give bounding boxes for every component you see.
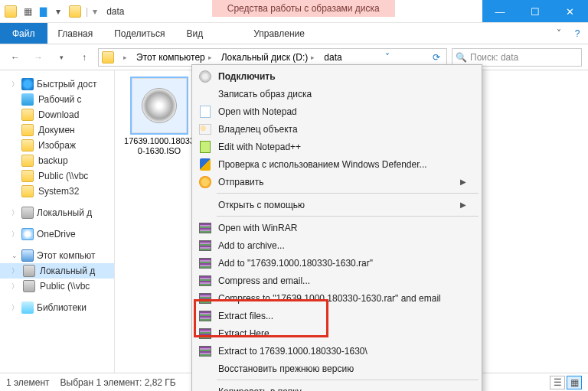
winrar-icon: [199, 223, 211, 233]
libraries-icon: [21, 301, 34, 314]
ctx-extract-files[interactable]: Extract files...: [194, 307, 480, 324]
ribbon-collapse-icon[interactable]: ˅: [551, 23, 567, 44]
ctx-separator: [217, 193, 479, 194]
winrar-icon: [199, 293, 211, 304]
sidebar-item-local-d[interactable]: 〉Локальный д: [0, 263, 114, 279]
sidebar-item-desktop[interactable]: Рабочий с: [0, 92, 114, 107]
status-item-count: 1 элемент: [6, 377, 50, 388]
sidebar-libraries[interactable]: 〉Библиотеки: [0, 300, 114, 315]
tab-view[interactable]: Вид: [175, 23, 214, 44]
cloud-icon: [21, 228, 34, 240]
minimize-button[interactable]: —: [482, 0, 518, 23]
shield-icon: [200, 158, 211, 171]
search-input[interactable]: 🔍 Поиск: data: [452, 48, 582, 67]
ribbon-tabs: Файл Главная Поделиться Вид Управление ˅…: [0, 23, 588, 44]
mount-icon: [199, 70, 211, 83]
maximize-button[interactable]: ☐: [518, 0, 553, 23]
sidebar-item-public[interactable]: Public (\\vbc: [0, 168, 114, 184]
tab-home[interactable]: Главная: [47, 23, 104, 44]
refresh-button[interactable]: ⟳: [428, 52, 445, 63]
ctx-write-image[interactable]: Записать образ диска: [194, 85, 480, 103]
winrar-icon: [199, 275, 211, 286]
status-selection: Выбран 1 элемент: 2,82 ГБ: [60, 377, 176, 388]
sidebar-quickaccess[interactable]: 〉Быстрый дост: [0, 77, 114, 92]
close-button[interactable]: ✕: [553, 0, 588, 23]
tab-file[interactable]: Файл: [0, 23, 47, 44]
ctx-open-winrar[interactable]: Open with WinRAR: [194, 219, 480, 236]
file-item-iso[interactable]: 17639.1000.18033 0-1630.ISO: [122, 78, 196, 156]
navigation-pane: 〉Быстрый дост Рабочий с Download Докумен…: [0, 70, 115, 373]
nav-back-button[interactable]: ←: [6, 48, 24, 67]
qat-newfolder-icon[interactable]: ▇: [37, 5, 49, 18]
ctx-extract-to[interactable]: Extract to 17639.1000.180330-1630\: [194, 342, 480, 360]
ctx-extract-here[interactable]: Extract Here: [194, 324, 480, 342]
tab-share[interactable]: Поделиться: [103, 23, 175, 44]
view-icons-button[interactable]: ▦: [567, 376, 582, 389]
winrar-icon: [199, 328, 211, 339]
breadcrumb-root-chevron[interactable]: ▸: [116, 49, 132, 66]
sidebar-item-public-net[interactable]: 〉Public (\\vbc: [0, 279, 114, 294]
ctx-separator: [217, 216, 479, 217]
search-placeholder: Поиск: data: [470, 52, 518, 63]
address-dropdown-icon[interactable]: ˅: [379, 52, 396, 63]
breadcrumb-thispc[interactable]: Этот компьютер▸: [132, 49, 217, 66]
winrar-icon: [199, 258, 211, 269]
ctx-compress-to-email[interactable]: Compress to "17639.1000.180330-1630.rar"…: [194, 289, 480, 307]
address-bar[interactable]: ▸ Этот компьютер▸ Локальный диск (D:)▸ d…: [98, 48, 447, 67]
nav-history-button[interactable]: ▾: [52, 48, 70, 67]
tab-manage[interactable]: Управление: [243, 23, 315, 44]
titlebar: ▦ ▇ ▾ | ▾ data Средства работы с образам…: [0, 0, 588, 23]
quick-access-toolbar: ▦ ▇ ▾: [21, 5, 64, 18]
qat-dropdown-icon[interactable]: ▾: [52, 5, 64, 18]
file-thumbnail: [132, 78, 187, 133]
star-icon: [21, 78, 34, 90]
window-title: data: [106, 6, 124, 17]
nav-up-button[interactable]: ↑: [75, 48, 93, 67]
qat-more-icon[interactable]: ▾: [93, 6, 97, 17]
winrar-icon: [199, 311, 211, 321]
sidebar-item-system32[interactable]: System32: [0, 184, 114, 199]
search-icon: 🔍: [456, 52, 467, 63]
ctx-owner[interactable]: Владелец объекта: [194, 120, 480, 138]
sidebar-item-pictures[interactable]: Изображ: [0, 138, 114, 153]
ctx-open-notepad[interactable]: Open with Notepad: [194, 103, 480, 120]
ctx-copy-to[interactable]: Копировать в папку...: [194, 383, 480, 391]
window-controls: — ☐ ✕: [482, 0, 588, 22]
ctx-separator: [217, 380, 479, 380]
sidebar-onedrive[interactable]: 〉OneDrive: [0, 226, 114, 242]
context-menu: Подключить Записать образ диска Open wit…: [191, 64, 482, 391]
view-details-button[interactable]: ☰: [550, 376, 565, 389]
qat-sep: |: [86, 6, 88, 17]
ctx-open-with[interactable]: Открыть с помощью▶: [194, 196, 480, 213]
ctx-add-archive[interactable]: Add to archive...: [194, 236, 480, 254]
ctx-defender[interactable]: Проверка с использованием Windows Defend…: [194, 155, 480, 173]
ctx-send-to[interactable]: Отправить▶: [194, 173, 480, 191]
winrar-icon: [199, 240, 211, 251]
app-icon: [5, 5, 17, 18]
ctx-mount[interactable]: Подключить: [194, 67, 480, 85]
pc-icon: [21, 249, 34, 262]
sidebar-item-backup[interactable]: backup: [0, 153, 114, 168]
ctx-compress-email[interactable]: Compress and email...: [194, 272, 480, 289]
owner-icon: [199, 124, 211, 135]
breadcrumb-folder[interactable]: data: [319, 49, 346, 66]
sidebar-item-documents[interactable]: Докумен: [0, 122, 114, 138]
file-name-label: 17639.1000.18033 0-1630.ISO: [122, 136, 196, 156]
ctx-restore-previous[interactable]: Восстановить прежнюю версию: [194, 360, 480, 377]
ctx-edit-npp[interactable]: Edit with Notepad++: [194, 138, 480, 155]
contextual-tab-label: Средства работы с образами диска: [212, 0, 395, 17]
sidebar-thispc[interactable]: ⌄Этот компьют: [0, 248, 114, 263]
nav-forward-button[interactable]: →: [29, 48, 47, 67]
ctx-add-to-rar[interactable]: Add to "17639.1000.180330-1630.rar": [194, 254, 480, 272]
send-icon: [199, 176, 211, 188]
winrar-icon: [199, 346, 211, 357]
qat-properties-icon[interactable]: ▦: [21, 5, 34, 18]
folder-icon: [69, 5, 81, 18]
sidebar-local-group[interactable]: 〉Локальный д: [0, 205, 114, 220]
breadcrumb-drive[interactable]: Локальный диск (D:)▸: [217, 49, 320, 66]
address-icon: [102, 51, 114, 64]
sidebar-item-downloads[interactable]: Download: [0, 107, 114, 122]
notepadpp-icon: [200, 141, 211, 153]
help-icon[interactable]: ?: [567, 23, 588, 44]
submenu-arrow-icon: ▶: [460, 200, 466, 209]
